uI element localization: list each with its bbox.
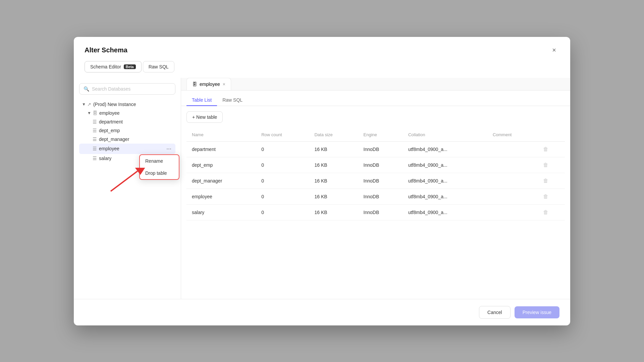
search-box[interactable]: 🔍 Search Databases xyxy=(79,83,175,95)
cell-delete[interactable]: 🗑 xyxy=(538,189,565,204)
cell-delete[interactable]: 🗑 xyxy=(538,157,565,173)
modal-body: 🔍 Search Databases ▼ ↗ (Prod) New Instan… xyxy=(74,78,570,299)
delete-icon[interactable]: 🗑 xyxy=(543,194,548,199)
col-data-size: Data size xyxy=(309,128,358,142)
table-row: dept_emp 0 16 KB InnoDB utf8mb4_0900_a..… xyxy=(186,157,565,173)
db-tab-label: employee xyxy=(200,82,220,87)
top-tabs: Schema Editor Beta Raw SQL xyxy=(74,56,570,72)
cell-engine: InnoDB xyxy=(358,173,403,189)
cell-name: dept_manager xyxy=(186,173,256,189)
beta-badge: Beta xyxy=(124,64,136,69)
table-icon-employee: ☰ xyxy=(93,146,97,151)
delete-icon[interactable]: 🗑 xyxy=(543,209,548,215)
delete-icon[interactable]: 🗑 xyxy=(543,146,548,152)
tree-table-dept-manager[interactable]: ☰ dept_manager xyxy=(79,135,175,144)
col-collation: Collation xyxy=(403,128,487,142)
cell-data-size: 16 KB xyxy=(309,157,358,173)
tab-raw-sql[interactable]: Raw SQL xyxy=(143,61,174,72)
modal-header: Alter Schema × xyxy=(74,37,570,56)
schema-table: Name Row count Data size Engine Collatio… xyxy=(186,128,565,220)
db-tab-employee[interactable]: 🗄 employee × xyxy=(186,78,231,90)
cell-delete[interactable]: 🗑 xyxy=(538,173,565,189)
cell-row-count: 0 xyxy=(256,189,309,204)
cell-comment xyxy=(487,204,538,220)
table-container: Name Row count Data size Engine Collatio… xyxy=(181,128,570,299)
close-button[interactable]: × xyxy=(549,45,559,56)
table-row: dept_manager 0 16 KB InnoDB utf8mb4_0900… xyxy=(186,173,565,189)
content-tab-raw-sql[interactable]: Raw SQL xyxy=(217,95,248,106)
cell-collation: utf8mb4_0900_a... xyxy=(403,189,487,204)
tree-table-employee[interactable]: ☰ employee ··· xyxy=(79,144,175,154)
context-menu-rename[interactable]: Rename xyxy=(140,155,179,167)
cell-comment xyxy=(487,157,538,173)
cell-row-count: 0 xyxy=(256,204,309,220)
cell-engine: InnoDB xyxy=(358,204,403,220)
db-icon: 🗄 xyxy=(93,110,97,116)
table-row: employee 0 16 KB InnoDB utf8mb4_0900_a..… xyxy=(186,189,565,204)
col-actions xyxy=(538,128,565,142)
modal-overlay: Alter Schema × Schema Editor Beta Raw SQ… xyxy=(0,0,644,362)
table-icon-dept-emp: ☰ xyxy=(93,128,97,133)
cell-name: salary xyxy=(186,204,256,220)
more-options-button[interactable]: ··· xyxy=(165,145,173,152)
db-tab-icon: 🗄 xyxy=(192,82,197,87)
new-table-button[interactable]: + New table xyxy=(186,111,223,123)
tree-table-department[interactable]: ☰ department xyxy=(79,117,175,126)
cell-row-count: 0 xyxy=(256,173,309,189)
db-label: employee xyxy=(99,110,120,116)
tree-table-dept-emp[interactable]: ☰ dept_emp xyxy=(79,126,175,135)
cell-name: dept_emp xyxy=(186,157,256,173)
table-icon-dept-manager: ☰ xyxy=(93,137,97,142)
tree-database[interactable]: ▼ 🗄 employee xyxy=(79,109,175,117)
table-header-row: Name Row count Data size Engine Collatio… xyxy=(186,128,565,142)
table-row: department 0 16 KB InnoDB utf8mb4_0900_a… xyxy=(186,141,565,157)
search-icon: 🔍 xyxy=(84,86,89,92)
tab-bar: 🗄 employee × xyxy=(181,78,570,91)
cell-comment xyxy=(487,189,538,204)
delete-icon[interactable]: 🗑 xyxy=(543,178,548,184)
table-row: salary 0 16 KB InnoDB utf8mb4_0900_a... … xyxy=(186,204,565,220)
cell-data-size: 16 KB xyxy=(309,173,358,189)
table-toolbar: + New table xyxy=(181,106,570,128)
db-tab-close[interactable]: × xyxy=(223,82,225,87)
cell-name: department xyxy=(186,141,256,157)
modal: Alter Schema × Schema Editor Beta Raw SQ… xyxy=(74,37,570,325)
cell-engine: InnoDB xyxy=(358,189,403,204)
cell-engine: InnoDB xyxy=(358,157,403,173)
table-name-dept-manager: dept_manager xyxy=(99,137,129,142)
modal-footer: Cancel Preview issue xyxy=(74,299,570,325)
content-tab-table-list[interactable]: Table List xyxy=(186,95,217,106)
modal-title: Alter Schema xyxy=(85,46,127,54)
cell-comment xyxy=(487,141,538,157)
context-menu: Rename Drop table xyxy=(139,154,179,180)
sidebar: 🔍 Search Databases ▼ ↗ (Prod) New Instan… xyxy=(74,78,181,299)
cancel-button[interactable]: Cancel xyxy=(479,306,511,319)
db-arrow: ▼ xyxy=(87,111,91,115)
instance-arrow: ▼ xyxy=(82,102,86,107)
cell-engine: InnoDB xyxy=(358,141,403,157)
search-placeholder: Search Databases xyxy=(92,86,130,92)
cell-collation: utf8mb4_0900_a... xyxy=(403,141,487,157)
cell-comment xyxy=(487,173,538,189)
tree-instance[interactable]: ▼ ↗ (Prod) New Instance xyxy=(79,100,175,109)
cell-delete[interactable]: 🗑 xyxy=(538,141,565,157)
tab-schema-editor[interactable]: Schema Editor Beta xyxy=(85,61,142,72)
cell-collation: utf8mb4_0900_a... xyxy=(403,173,487,189)
cell-data-size: 16 KB xyxy=(309,141,358,157)
main-content: 🗄 employee × Table List Raw SQL + New ta… xyxy=(181,78,570,299)
col-row-count: Row count xyxy=(256,128,309,142)
table-name-dept-emp: dept_emp xyxy=(99,128,120,133)
delete-icon[interactable]: 🗑 xyxy=(543,162,548,168)
context-menu-drop-table[interactable]: Drop table xyxy=(140,167,179,179)
tree: ▼ ↗ (Prod) New Instance ▼ 🗄 employee ☰ d… xyxy=(79,100,175,294)
cell-delete[interactable]: 🗑 xyxy=(538,204,565,220)
cell-row-count: 0 xyxy=(256,141,309,157)
cell-data-size: 16 KB xyxy=(309,204,358,220)
schema-editor-label: Schema Editor xyxy=(90,64,121,69)
preview-button[interactable]: Preview issue xyxy=(515,306,559,318)
col-name: Name xyxy=(186,128,256,142)
table-name-employee: employee xyxy=(99,146,119,151)
cell-collation: utf8mb4_0900_a... xyxy=(403,204,487,220)
cell-collation: utf8mb4_0900_a... xyxy=(403,157,487,173)
cell-row-count: 0 xyxy=(256,157,309,173)
